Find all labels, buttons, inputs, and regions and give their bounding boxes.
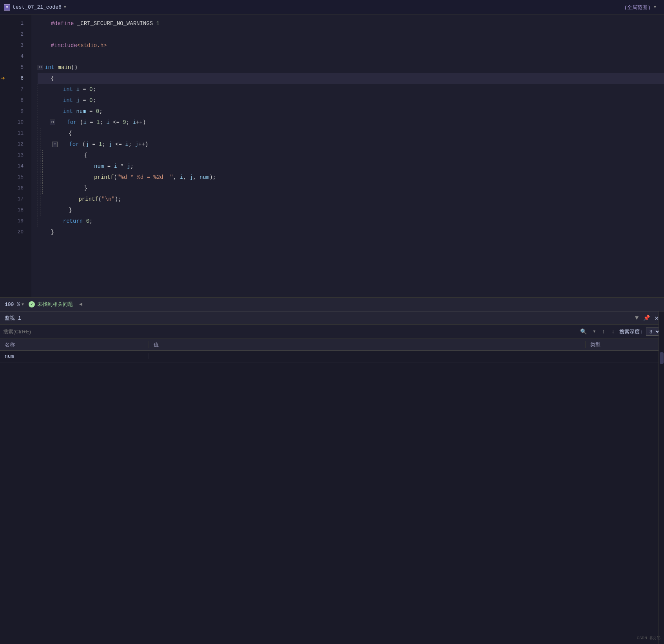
line1-macro: _CRT_SECURE_NO_WARNINGS [77, 18, 156, 29]
watch-search-input[interactable] [3, 329, 575, 335]
line19-return: return [63, 216, 86, 227]
line10-i3: i [133, 117, 136, 128]
line10-eq: = [87, 117, 96, 128]
collapse-for-outer[interactable]: ⊟ [50, 120, 55, 125]
line19-zero: 0 [86, 216, 89, 227]
zoom-control: 100 % ▼ [5, 302, 24, 307]
line10-content: ( [80, 117, 83, 128]
watch-header: 监视 1 ▼ 📌 ✕ [0, 311, 664, 325]
line12-j3: j [135, 139, 138, 150]
line12-semi2: ; [129, 139, 135, 150]
watch-row-0: num [0, 351, 664, 362]
line15-indent [45, 172, 94, 183]
collapse-for-inner[interactable]: ⊟ [52, 142, 58, 147]
scrollbar-thumb[interactable] [660, 352, 664, 364]
line8-eq: = [83, 95, 89, 106]
watch-pin-btn[interactable]: 📌 [642, 314, 651, 322]
line15-close: ); [209, 172, 216, 183]
watch-search-bar: 🔍 ▼ ↑ ↓ 搜索深度: 3 1 2 4 5 [0, 325, 664, 339]
line18-brace: } [42, 205, 72, 216]
editor-area: ➔ 1 2 3 4 5 6 7 8 9 10 11 12 13 14 15 16… [0, 15, 664, 297]
line-num-19: 19 [11, 216, 28, 227]
line9-indent [40, 106, 63, 117]
code-line-5: ⊟ int main () [38, 62, 664, 73]
line10-i2: i [106, 117, 109, 128]
line9-zero: 0 [96, 106, 99, 117]
line12-i: i [125, 139, 128, 150]
scrollbar-vertical[interactable] [659, 311, 664, 644]
code-line-13: { [38, 150, 664, 161]
line9-semi: ; [99, 106, 102, 117]
zoom-dropdown-arrow[interactable]: ▼ [22, 302, 24, 307]
col-name-header: 名称 [0, 341, 149, 348]
file-dropdown-arrow[interactable]: ▼ [64, 5, 66, 9]
line15-c3: , [193, 172, 200, 183]
line-numbers: 1 2 3 4 5 6 7 8 9 10 11 12 13 14 15 16 1… [11, 15, 31, 297]
watch-panel: 监视 1 ▼ 📌 ✕ 🔍 ▼ ↑ ↓ 搜索深度: 3 1 2 4 5 名称 值 … [0, 311, 664, 644]
watch-table-header: 名称 值 类型 [0, 339, 664, 351]
code-line-20: } [38, 227, 664, 238]
watch-row-0-name: num [0, 353, 149, 359]
arrow-column: ➔ [0, 15, 11, 297]
line17-indent [42, 194, 78, 205]
line-num-8: 8 [11, 95, 28, 106]
nav-left-arrow[interactable]: ◄ [78, 300, 84, 308]
status-bar: 100 % ▼ ✓ 未找到相关问题 ◄ [0, 297, 664, 311]
watch-dropdown-btn[interactable]: ▼ [634, 314, 640, 322]
code-line-17: printf ( "\n" ); [38, 194, 664, 205]
search-icon[interactable]: 🔍 [579, 327, 588, 336]
line-num-2: 2 [11, 29, 28, 40]
line14-eq: = [107, 161, 114, 172]
code-line-14: num = i * j ; [38, 161, 664, 172]
line1-define: #define [38, 18, 77, 29]
scope-dropdown-arrow[interactable]: ▼ [654, 5, 656, 9]
line12-open: ( [82, 139, 85, 150]
line7-eq: = [83, 84, 89, 95]
line-num-1: 1 [11, 18, 28, 29]
line5-parens: () [71, 62, 78, 73]
line8-j: j [76, 95, 83, 106]
line15-c2: , [183, 172, 190, 183]
code-line-10: ⊟ for ( i = 1 ; i <= 9 ; i ++) [38, 117, 664, 128]
code-line-2 [38, 29, 664, 40]
code-line-12: ⊟ for ( j = 1 ; j <= i ; j ++) [38, 139, 664, 150]
search-up-btn[interactable]: ↑ [600, 328, 606, 336]
line-num-9: 9 [11, 106, 28, 117]
title-bar: ⊞ test_07_21_code6 ▼ (全局范围) ▼ [0, 0, 664, 15]
line14-semi: ; [130, 161, 133, 172]
line7-i: i [76, 84, 83, 95]
line17-open: ( [98, 194, 102, 205]
line17-close: ); [115, 194, 122, 205]
line17-str: "\n" [102, 194, 115, 205]
code-line-7: int i = 0 ; [38, 84, 664, 95]
line7-int: int [63, 84, 76, 95]
line15-printf: printf [94, 172, 114, 183]
search-dropdown-btn[interactable]: ▼ [591, 329, 597, 335]
line14-indent [45, 161, 94, 172]
line12-1: 1 [99, 139, 102, 150]
code-line-19: return 0 ; [38, 216, 664, 227]
code-line-9: int num = 0 ; [38, 106, 664, 117]
line15-j: j [190, 172, 193, 183]
line12-semi1: ; [102, 139, 109, 150]
line12-pp: ++) [138, 139, 148, 150]
line-num-15: 15 [11, 172, 28, 183]
line15-comma: , [173, 172, 180, 183]
line15-fmt: "%d * %d = %2d " [117, 172, 173, 183]
line1-value: 1 [156, 18, 159, 29]
scope-selector: (全局范围) ▼ [624, 4, 656, 11]
collapse-main[interactable]: ⊟ [38, 65, 43, 70]
line15-num: num [200, 172, 209, 183]
search-down-btn[interactable]: ↓ [610, 328, 616, 336]
line8-int: int [63, 95, 76, 106]
line10-i: i [83, 117, 86, 128]
col-value-header: 值 [149, 341, 586, 348]
code-container: ➔ 1 2 3 4 5 6 7 8 9 10 11 12 13 14 15 16… [0, 15, 664, 297]
code-content[interactable]: #define _CRT_SECURE_NO_WARNINGS 1 #inclu… [31, 15, 664, 297]
code-line-16: } [38, 183, 664, 194]
line8-semi: ; [93, 95, 96, 106]
line-num-12: 12 [11, 139, 28, 150]
line10-lte: <= [110, 117, 123, 128]
line17-printf: printf [78, 194, 98, 205]
line10-indent [40, 117, 50, 128]
